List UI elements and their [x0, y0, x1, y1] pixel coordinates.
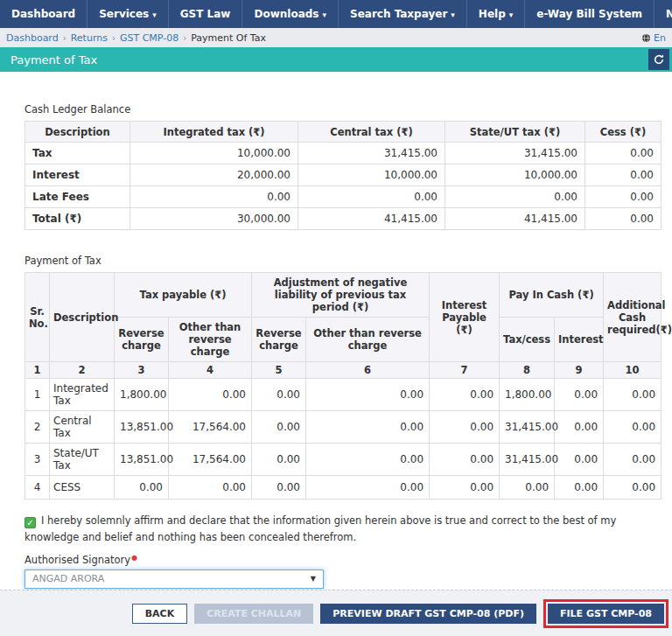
cell-value: 0.00 — [585, 186, 662, 208]
nav-item-search-taxpayer[interactable]: Search Taxpayer▾ — [339, 0, 467, 28]
column-number: 9 — [555, 362, 604, 379]
declaration-text: I hereby solemnly affirm and declare tha… — [24, 514, 616, 543]
cell-value: 1,800.00 — [115, 379, 169, 411]
cell-value: 41,415.00 — [298, 208, 445, 230]
cell-value: 17,564.00 — [169, 444, 252, 476]
column-number: 6 — [306, 362, 430, 379]
col-header-description: Description — [50, 273, 115, 362]
subcol-other-than-reverse-tax: Other than reverse charge — [169, 318, 252, 362]
row-description: Interest — [25, 164, 130, 186]
cell-value: 0.00 — [306, 476, 430, 500]
row-description: Central Tax — [50, 411, 115, 444]
cell-value: 10,000.00 — [298, 164, 445, 186]
row-description: State/UT Tax — [50, 444, 115, 476]
column-number: 1 — [25, 362, 50, 379]
cash-ledger-row-tax: Tax10,000.0031,415.0031,415.000.00 — [25, 143, 662, 164]
cell-value: 20,000.00 — [130, 164, 298, 186]
breadcrumb-separator: › — [112, 33, 116, 43]
column-number: 4 — [169, 362, 252, 379]
top-navigation: DashboardServices▾GST LawDownloads▾Searc… — [0, 0, 672, 28]
panel-header: Payment of Tax — [0, 47, 672, 72]
main-content: Cash Ledger Balance DescriptionIntegrate… — [0, 103, 672, 589]
cash-ledger-col-integrated-tax: Integrated tax (₹) — [130, 122, 298, 143]
authorised-signatory-select[interactable]: ANGAD ARORA ▼ — [24, 570, 324, 589]
chevron-down-icon: ▾ — [322, 10, 326, 19]
highlight-box: FILE GST CMP-08 — [543, 599, 668, 628]
nav-item-gst-law[interactable]: GST Law — [169, 0, 243, 28]
cell-value: 0.00 — [252, 379, 306, 411]
column-number: 7 — [430, 362, 500, 379]
row-sr-no: 4 — [25, 476, 50, 500]
cell-value: 41,415.00 — [445, 208, 585, 230]
column-number: 5 — [252, 362, 306, 379]
row-sr-no: 1 — [25, 379, 50, 411]
authorised-signatory-label: Authorised Signatory● — [24, 554, 661, 566]
globe-icon — [641, 33, 651, 43]
cash-ledger-table: DescriptionIntegrated tax (₹)Central tax… — [24, 121, 662, 230]
preview-draft-gst-cmp-08-pdf-button[interactable]: PREVIEW DRAFT GST CMP-08 (PDF) — [320, 604, 536, 624]
row-description: CESS — [50, 476, 115, 500]
breadcrumb-current: Payment Of Tax — [191, 32, 266, 44]
cell-value: 0.00 — [169, 379, 252, 411]
breadcrumb: Dashboard›Returns›GST CMP-08›Payment Of … — [0, 28, 672, 47]
payment-of-tax-table: Sr. No. Description Tax payable (₹) Adju… — [24, 272, 662, 500]
authorised-signatory-value: ANGAD ARORA — [32, 573, 104, 584]
breadcrumb-separator: › — [183, 33, 186, 43]
payment-section-label: Payment of Tax — [24, 255, 661, 267]
cell-value: 0.00 — [306, 379, 430, 411]
cell-value: 0.00 — [604, 476, 662, 500]
cell-value: 0.00 — [130, 186, 298, 208]
refresh-icon — [653, 53, 665, 66]
cell-value: 31,415.00 — [298, 143, 445, 164]
cell-value: 0.00 — [604, 411, 662, 444]
payment-row-state-ut-tax: 3State/UT Tax13,851.0017,564.000.000.000… — [25, 444, 662, 476]
back-button[interactable]: BACK — [132, 604, 188, 624]
cell-value: 0.00 — [604, 444, 662, 476]
cell-value: 31,415.00 — [500, 411, 555, 444]
cell-value: 0.00 — [252, 411, 306, 444]
payment-row-central-tax: 2Central Tax13,851.0017,564.000.000.000.… — [25, 411, 662, 444]
cell-value: 31,415.00 — [445, 143, 585, 164]
cell-value: 0.00 — [555, 379, 604, 411]
chevron-down-icon: ▾ — [509, 10, 514, 19]
breadcrumb-link-gst-cmp-08[interactable]: GST CMP-08 — [120, 32, 178, 44]
breadcrumb-separator: › — [63, 33, 66, 43]
cell-value: 0.00 — [430, 476, 500, 500]
row-description: Integrated Tax — [50, 379, 115, 411]
cell-value: 0.00 — [555, 411, 604, 444]
refresh-button[interactable] — [648, 49, 669, 70]
cell-value: 0.00 — [298, 186, 445, 208]
nav-item-downloads[interactable]: Downloads▾ — [242, 0, 339, 28]
cell-value: 0.00 — [555, 444, 604, 476]
nav-item-help[interactable]: Help▾ — [467, 0, 525, 28]
cash-ledger-col-description: Description — [25, 122, 130, 143]
nav-item-dashboard[interactable]: Dashboard — [0, 0, 88, 28]
cash-ledger-section-label: Cash Ledger Balance — [24, 103, 661, 115]
cash-ledger-col-cess: Cess (₹) — [585, 122, 662, 143]
column-number-row: 12345678910 — [25, 362, 662, 379]
breadcrumb-link-returns[interactable]: Returns — [71, 32, 108, 44]
subcol-reverse-charge-tax: Reverse charge — [115, 318, 169, 362]
nav-item-new-return-trial[interactable]: New Return (Trial)▾ — [654, 0, 672, 28]
cell-value: 0.00 — [585, 164, 662, 186]
cell-value: 0.00 — [555, 476, 604, 500]
col-header-sr-no: Sr. No. — [25, 273, 50, 362]
chevron-down-icon: ▾ — [152, 10, 157, 19]
row-sr-no: 3 — [25, 444, 50, 476]
create-challan-button[interactable]: CREATE CHALLAN — [194, 604, 313, 624]
column-number: 2 — [50, 362, 115, 379]
row-description: Total (₹) — [25, 208, 130, 230]
cash-ledger-header-row: DescriptionIntegrated tax (₹)Central tax… — [25, 122, 662, 143]
cash-ledger-col-state-ut-tax: State/UT tax (₹) — [445, 122, 585, 143]
language-selector[interactable]: En — [641, 32, 666, 44]
breadcrumb-link-dashboard[interactable]: Dashboard — [6, 32, 59, 44]
file-gst-cmp-08-button[interactable]: FILE GST CMP-08 — [548, 604, 664, 624]
subcol-other-than-reverse-adj: Other than reverse charge — [306, 318, 430, 362]
cell-value: 10,000.00 — [445, 164, 585, 186]
cell-value: 31,415.00 — [500, 444, 555, 476]
nav-item-e-way-bill-system[interactable]: e-Way Bill System — [525, 0, 654, 28]
page-title: Payment of Tax — [10, 53, 97, 66]
nav-item-services[interactable]: Services▾ — [88, 0, 169, 28]
cell-value: 0.00 — [169, 476, 252, 500]
declaration-checkbox[interactable]: ✓ — [24, 517, 36, 528]
